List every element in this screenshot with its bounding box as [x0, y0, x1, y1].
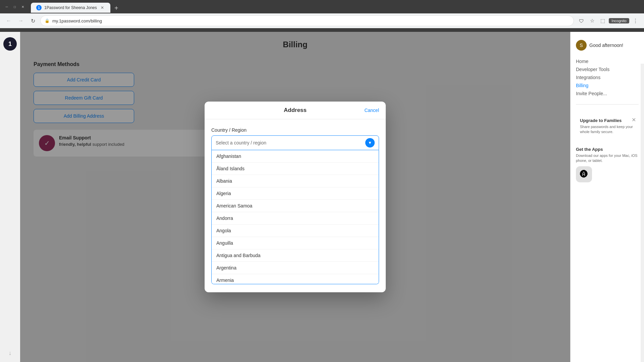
- browser-chrome: ─ □ ✕ 1 1Password for Sheena Jones ✕ + ←…: [0, 0, 644, 32]
- chevron-down-icon: ▼: [365, 138, 375, 147]
- lock-icon: 🔒: [45, 18, 50, 23]
- get-apps-title: Get the Apps: [576, 147, 639, 152]
- get-apps-section: Get the Apps Download our apps for your …: [576, 147, 639, 182]
- nav-developer-tools[interactable]: Developer Tools: [576, 65, 639, 73]
- url-text: my.1password.com/billing: [52, 18, 570, 23]
- nav-links: Home Developer Tools Integrations Billin…: [576, 57, 639, 98]
- country-item-american-samoa[interactable]: American Samoa: [212, 200, 379, 212]
- right-sidebar-header: S Good afternoon!: [576, 37, 639, 53]
- country-item-antigua[interactable]: Antigua and Barbuda: [212, 249, 379, 262]
- refresh-icon: ↻: [31, 18, 35, 24]
- page-area: Billing Payment Methods Add Credit Card …: [20, 32, 570, 362]
- incognito-badge: Incognito: [609, 18, 629, 23]
- forward-icon: →: [18, 18, 23, 24]
- country-item-anguilla[interactable]: Anguilla: [212, 237, 379, 249]
- app-store-icon[interactable]: 🅐: [576, 166, 592, 182]
- shield-icon-btn[interactable]: 🛡: [577, 16, 586, 25]
- address-bar[interactable]: 🔒 my.1password.com/billing: [40, 15, 574, 26]
- window-controls: ─ □ ✕: [4, 4, 25, 9]
- user-avatar: S: [576, 40, 587, 51]
- browser-toolbar: ← → ↻ 🔒 my.1password.com/billing 🛡 ☆ ⬚ I…: [0, 13, 644, 28]
- modal-overlay: Address Cancel Country / Region Select a…: [20, 32, 570, 362]
- country-select-wrapper: Select a country / region ▼ Afghanistan …: [211, 135, 379, 284]
- extensions-button[interactable]: ⬚: [598, 16, 607, 25]
- country-item-argentina[interactable]: Argentina: [212, 262, 379, 274]
- back-button[interactable]: ←: [4, 16, 13, 25]
- scroll-down-indicator: ↓: [9, 350, 12, 357]
- new-tab-button[interactable]: +: [112, 3, 121, 13]
- tab-favicon: 1: [36, 5, 42, 10]
- tab-title: 1Password for Sheena Jones: [44, 5, 97, 10]
- promo-text: Share passwords and keep your whole fami…: [580, 124, 635, 135]
- right-sidebar: S Good afternoon! Home Developer Tools I…: [570, 32, 644, 362]
- back-icon: ←: [6, 18, 11, 24]
- page-scrollbar[interactable]: [641, 64, 644, 362]
- tab-close-button[interactable]: ✕: [100, 5, 105, 10]
- greeting-text: Good afternoon!: [589, 43, 623, 48]
- app-logo: 1: [3, 37, 17, 51]
- nav-invite-people[interactable]: Invite People...: [576, 89, 639, 98]
- country-select-button[interactable]: Select a country / region ▼: [211, 135, 379, 150]
- country-item-afghanistan[interactable]: Afghanistan: [212, 150, 379, 163]
- country-item-andorra[interactable]: Andorra: [212, 212, 379, 225]
- browser-titlebar: ─ □ ✕ 1 1Password for Sheena Jones ✕ +: [0, 0, 644, 13]
- main-content: 1 ↓ Billing Payment Methods Add Credit C…: [0, 32, 644, 362]
- country-item-angola[interactable]: Angola: [212, 225, 379, 237]
- star-button[interactable]: ☆: [587, 16, 597, 25]
- modal-title: Address: [284, 107, 307, 114]
- upgrade-families-card: ✕ Upgrade to Families Share passwords an…: [576, 114, 639, 139]
- nav-billing[interactable]: Billing: [576, 81, 639, 89]
- left-sidebar: 1 ↓: [0, 32, 20, 362]
- country-dropdown-list[interactable]: Afghanistan Åland Islands Albania Algeri…: [211, 150, 379, 284]
- cancel-button[interactable]: Cancel: [364, 108, 379, 113]
- nav-integrations[interactable]: Integrations: [576, 73, 639, 81]
- close-button[interactable]: ✕: [20, 4, 25, 9]
- country-region-label: Country / Region: [211, 127, 379, 133]
- modal-body: Country / Region Select a country / regi…: [205, 119, 386, 292]
- forward-button[interactable]: →: [16, 16, 25, 25]
- country-item-armenia[interactable]: Armenia: [212, 274, 379, 284]
- promo-title: Upgrade to Families: [580, 118, 635, 123]
- nav-home[interactable]: Home: [576, 57, 639, 65]
- select-placeholder: Select a country / region: [216, 140, 266, 145]
- toolbar-actions: 🛡 ☆ ⬚ Incognito ⋮: [577, 16, 640, 25]
- browser-tabs: 1 1Password for Sheena Jones ✕ +: [28, 1, 124, 13]
- country-item-aland[interactable]: Åland Islands: [212, 163, 379, 175]
- address-modal: Address Cancel Country / Region Select a…: [205, 102, 386, 292]
- modal-header: Address Cancel: [205, 102, 386, 119]
- refresh-button[interactable]: ↻: [28, 16, 38, 25]
- minimize-button[interactable]: ─: [4, 4, 9, 9]
- get-apps-text: Download our apps for your Mac, iOS phon…: [576, 153, 639, 164]
- divider: [576, 104, 639, 105]
- promo-close-button[interactable]: ✕: [632, 117, 636, 123]
- country-item-algeria[interactable]: Algeria: [212, 187, 379, 200]
- menu-button[interactable]: ⋮: [631, 16, 640, 25]
- maximize-button[interactable]: □: [12, 4, 17, 9]
- country-item-albania[interactable]: Albania: [212, 175, 379, 187]
- active-tab[interactable]: 1 1Password for Sheena Jones ✕: [31, 3, 110, 13]
